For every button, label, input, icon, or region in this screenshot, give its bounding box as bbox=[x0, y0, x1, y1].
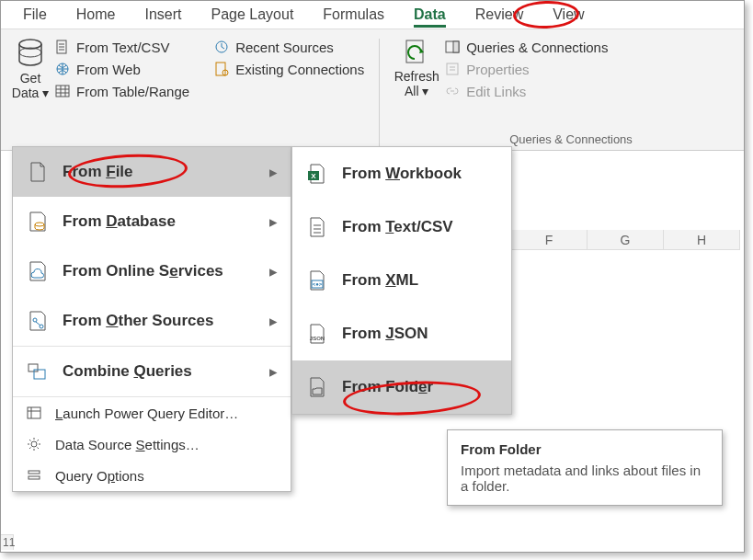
refresh-label-top: Refresh bbox=[394, 70, 439, 83]
svg-text:JSON: JSON bbox=[310, 336, 325, 341]
submenu-from-text-csv[interactable]: From Text/CSV bbox=[292, 200, 511, 254]
folder-file-icon bbox=[305, 375, 329, 399]
connection-icon bbox=[213, 61, 230, 77]
chevron-right-icon: ▸ bbox=[269, 212, 278, 232]
refresh-label-bottom: All ▾ bbox=[405, 85, 428, 97]
database-icon bbox=[17, 39, 44, 70]
properties-icon bbox=[444, 61, 461, 77]
chevron-right-icon: ▸ bbox=[269, 163, 278, 182]
submenu-from-folder[interactable]: From Folder bbox=[292, 360, 511, 414]
col-f[interactable]: F bbox=[511, 230, 588, 249]
refresh-all-button[interactable]: Refresh All ▾ bbox=[389, 35, 444, 150]
get-data-label-bottom: Data ▾ bbox=[12, 86, 49, 99]
get-transform-cmds: From Text/CSV From Web From Table/Range bbox=[52, 35, 195, 150]
file-icon bbox=[26, 160, 50, 184]
svg-text:X: X bbox=[311, 172, 316, 180]
panel-icon bbox=[444, 39, 461, 55]
submenu-from-json-label: From JSON bbox=[342, 325, 428, 343]
tab-insert[interactable]: Insert bbox=[144, 6, 181, 23]
ribbon-tabs: File Home Insert Page Layout Formulas Da… bbox=[1, 1, 744, 29]
nodes-doc-icon bbox=[26, 309, 50, 333]
link-icon bbox=[444, 83, 461, 99]
get-transform-cmds-2: Recent Sources Existing Connections bbox=[211, 35, 370, 150]
submenu-from-workbook-label: From Workbook bbox=[342, 165, 462, 183]
get-data-button[interactable]: Get Data ▾ bbox=[8, 35, 52, 150]
tab-view[interactable]: View bbox=[553, 6, 584, 23]
menu-combine-queries[interactable]: Combine Queries ▸ bbox=[13, 347, 291, 396]
submenu-from-xml[interactable]: <●> From XML bbox=[292, 254, 511, 307]
existing-connections-label: Existing Connections bbox=[235, 62, 364, 77]
tab-page-layout[interactable]: Page Layout bbox=[211, 6, 293, 23]
menu-from-other-label: From Other Sources bbox=[63, 312, 213, 330]
svg-point-13 bbox=[33, 318, 37, 322]
recent-sources-label: Recent Sources bbox=[235, 40, 334, 55]
json-file-icon: JSON bbox=[305, 322, 329, 346]
file-text-icon bbox=[54, 39, 71, 55]
tooltip-body: Import metadata and links about files in… bbox=[461, 463, 709, 494]
xml-file-icon: <●> bbox=[305, 269, 329, 292]
from-file-submenu: X From Workbook From Text/CSV <●> From X… bbox=[291, 146, 512, 415]
tab-file[interactable]: File bbox=[23, 6, 47, 23]
submenu-from-text-label: From Text/CSV bbox=[342, 218, 453, 236]
menu-data-source-label: Data Source Settings… bbox=[55, 437, 200, 452]
tab-data[interactable]: Data bbox=[414, 6, 446, 23]
cloud-doc-icon bbox=[26, 259, 50, 283]
get-data-menu: From File ▸ From Database ▸ From Online … bbox=[12, 146, 291, 492]
menu-from-database-label: From Database bbox=[63, 212, 176, 231]
svg-rect-10 bbox=[453, 41, 459, 52]
tooltip-from-folder: From Folder Import metadata and links ab… bbox=[447, 429, 723, 506]
window-frame: File Home Insert Page Layout Formulas Da… bbox=[0, 0, 745, 553]
submenu-from-json[interactable]: JSON From JSON bbox=[292, 307, 511, 360]
queries-connections-label: Queries & Connections bbox=[466, 40, 608, 55]
text-file-icon bbox=[305, 215, 329, 239]
menu-from-other[interactable]: From Other Sources ▸ bbox=[13, 296, 291, 346]
tooltip-title: From Folder bbox=[461, 441, 709, 457]
options-icon bbox=[26, 467, 42, 484]
svg-rect-15 bbox=[29, 364, 38, 371]
database-doc-icon bbox=[26, 210, 50, 234]
queries-connections-button[interactable]: Queries & Connections bbox=[444, 39, 608, 55]
chevron-right-icon: ▸ bbox=[269, 312, 278, 331]
get-data-label-top: Get bbox=[20, 72, 41, 85]
combine-icon bbox=[26, 360, 50, 383]
tab-formulas[interactable]: Formulas bbox=[323, 6, 384, 23]
row-number-11[interactable]: 11 bbox=[1, 534, 14, 550]
existing-connections-button[interactable]: Existing Connections bbox=[213, 61, 364, 77]
table-icon bbox=[54, 83, 71, 99]
chevron-right-icon: ▸ bbox=[269, 362, 278, 382]
edit-links-label: Edit Links bbox=[466, 84, 526, 99]
from-table-range-button[interactable]: From Table/Range bbox=[54, 83, 189, 99]
ribbon-separator-1 bbox=[379, 39, 380, 146]
from-text-csv-button[interactable]: From Text/CSV bbox=[54, 39, 189, 55]
properties-label: Properties bbox=[466, 62, 529, 77]
menu-from-online[interactable]: From Online Services ▸ bbox=[13, 246, 291, 296]
menu-query-options-label: Query Options bbox=[55, 468, 144, 484]
submenu-from-xml-label: From XML bbox=[342, 271, 418, 290]
menu-launch-pq[interactable]: Launch Power Query Editor… bbox=[13, 397, 291, 429]
menu-data-source-settings[interactable]: Data Source Settings… bbox=[13, 429, 291, 460]
edit-links-button: Edit Links bbox=[444, 83, 608, 99]
tab-home[interactable]: Home bbox=[76, 6, 116, 23]
recent-sources-button[interactable]: Recent Sources bbox=[213, 39, 364, 55]
clock-icon bbox=[213, 39, 230, 55]
col-g[interactable]: G bbox=[588, 230, 664, 249]
menu-from-file[interactable]: From File ▸ bbox=[13, 147, 291, 197]
group-title-qc: Queries & Connections bbox=[451, 132, 690, 146]
tab-review[interactable]: Review bbox=[475, 6, 523, 23]
svg-rect-6 bbox=[216, 63, 225, 75]
submenu-from-workbook[interactable]: X From Workbook bbox=[292, 147, 511, 200]
menu-query-options[interactable]: Query Options bbox=[13, 460, 291, 491]
chevron-right-icon: ▸ bbox=[269, 262, 278, 281]
menu-combine-label: Combine Queries bbox=[63, 362, 192, 381]
pq-editor-icon bbox=[26, 405, 42, 421]
menu-launch-pq-label: Launch Power Query Editor… bbox=[55, 406, 238, 421]
svg-text:<●>: <●> bbox=[313, 281, 323, 287]
menu-from-database[interactable]: From Database ▸ bbox=[13, 197, 291, 246]
svg-rect-11 bbox=[447, 63, 458, 74]
menu-from-file-label: From File bbox=[63, 163, 133, 181]
from-table-range-label: From Table/Range bbox=[76, 84, 189, 99]
col-h[interactable]: H bbox=[664, 230, 740, 249]
from-web-button[interactable]: From Web bbox=[54, 61, 189, 77]
svg-rect-17 bbox=[28, 407, 40, 418]
gear-icon bbox=[26, 436, 42, 452]
